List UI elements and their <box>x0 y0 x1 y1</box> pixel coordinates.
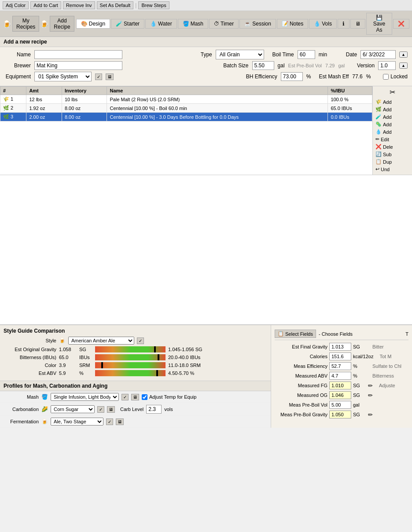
add-to-cart-btn[interactable]: Add to Cart <box>30 1 61 9</box>
style-guide-section: Style Guide Comparison Style 🍺 American … <box>0 325 271 381</box>
cal-label: Calories <box>275 354 327 359</box>
cal-unit: kcal/12oz <box>353 354 373 359</box>
stat-row-mpbv: Meas Pre-Boil Vol 5.00 gal <box>275 401 408 409</box>
tab-info[interactable]: ℹ <box>338 19 349 29</box>
meff-value: 52.7 <box>329 362 351 370</box>
col-name: Name <box>107 87 328 95</box>
type-label: Type <box>186 51 212 58</box>
dup-btn[interactable]: 📋 Dup <box>375 158 410 165</box>
equipment-btn1[interactable]: ✓ <box>95 73 102 80</box>
color-label: Color <box>4 363 56 368</box>
row-icon: 🌾 1 <box>0 95 26 104</box>
undo-btn[interactable]: ↩ Und <box>375 165 410 173</box>
abv-label: Est ABV <box>4 371 56 376</box>
bh-eff-input[interactable] <box>281 72 303 81</box>
carb-edit-btn[interactable]: ✓ <box>97 406 104 413</box>
version-spinner-up[interactable]: ▲ <box>399 62 408 69</box>
tab-session[interactable]: ☕ Session <box>239 19 276 29</box>
bitterness-extra: Bitterness <box>372 373 408 378</box>
tab-mash[interactable]: 🪣 Mash <box>178 19 208 29</box>
tab-display[interactable]: 🖥 <box>350 19 365 29</box>
brewer-input[interactable] <box>34 61 122 70</box>
col-num: # <box>0 87 26 95</box>
table-row-selected[interactable]: 🌿 3 2.00 oz 8.00 oz Centennial [10.00 %]… <box>0 113 372 121</box>
equipment-btn2[interactable]: 🖥 <box>106 73 114 80</box>
remove-inv-btn[interactable]: Remove Inv <box>63 1 95 9</box>
brew-steps-btn[interactable]: Brew Steps <box>138 1 169 9</box>
carb-level-input[interactable] <box>146 405 162 414</box>
mash-edit-btn[interactable]: ✓ <box>121 394 129 400</box>
tab-vols[interactable]: 💧 Vols <box>309 19 337 29</box>
locked-checkbox[interactable] <box>383 74 389 80</box>
fermentation-row: Fermentation 🍺 Ale, Two Stage ✓ 🖥 <box>0 416 271 428</box>
mog-edit-btn[interactable]: ✏ <box>368 392 373 399</box>
cancel-btn[interactable]: ❌ <box>393 19 409 29</box>
table-area: # Amt Inventory Name %/IBU 🌾 1 12 lbs 10… <box>0 86 412 175</box>
carb-level-label: Carb Level <box>120 407 143 412</box>
table-row[interactable]: 🌿 2 1.92 oz 8.00 oz Centennial [10.00 %]… <box>0 104 372 113</box>
adjust-temp-checkbox[interactable] <box>142 394 147 400</box>
mash-display-btn[interactable]: 🖥 <box>131 394 139 400</box>
ibus-unit: IBUs <box>79 355 92 360</box>
add-recipe-btn[interactable]: Add Recipe <box>50 16 74 32</box>
field-selector: 📋 Select Fields - Choose Fields T <box>275 328 408 340</box>
fermentation-select[interactable]: Ale, Two Stage <box>51 418 103 426</box>
tab-timer[interactable]: ⏱ Timer <box>209 19 239 29</box>
tab-notes[interactable]: 📝 Notes <box>277 19 308 29</box>
version-input[interactable] <box>378 61 396 70</box>
ibus-range: 20.0-40.0 IBUs <box>168 355 200 360</box>
table-row[interactable]: 🌾 1 12 lbs 10 lbs Pale Malt (2 Row) US (… <box>0 95 372 104</box>
tab-design[interactable]: 🎨 Design <box>76 19 110 29</box>
save-as-btn[interactable]: 💾 Save As <box>366 13 392 35</box>
left-bottom: Style Guide Comparison Style 🍺 American … <box>0 325 271 428</box>
carb-select[interactable]: Corn Sugar <box>51 405 95 413</box>
type-select[interactable]: All Grain <box>216 50 264 59</box>
set-as-default-btn[interactable]: Set As Default <box>97 1 134 9</box>
choose-fields-label: - Choose Fields <box>319 331 353 337</box>
add-water-btn[interactable]: 💧 Add <box>375 128 410 136</box>
add-misc-btn[interactable]: 🧪 Add <box>375 113 410 121</box>
my-recipes-btn[interactable]: My Recipes <box>12 16 39 32</box>
meff-unit: % <box>353 363 366 369</box>
color-value: 3.9 <box>59 363 77 368</box>
carb-row: Carbonation 🌽 Corn Sugar ✓ 🖥 Carb Level … <box>0 403 271 416</box>
boil-time-input[interactable] <box>298 50 315 59</box>
adj-color-btn[interactable]: Adj Color <box>3 1 29 9</box>
bitter-extra: Bitter <box>372 344 408 349</box>
add-hop-btn[interactable]: 🌿 Add <box>375 106 410 113</box>
right-bottom: 📋 Select Fields - Choose Fields T Est Fi… <box>271 325 412 428</box>
mash-icon: 🪣 <box>41 394 48 400</box>
delete-btn[interactable]: ❌ Dele <box>375 143 410 150</box>
style-btn[interactable]: ✓ <box>137 338 144 344</box>
og-bar <box>95 346 166 352</box>
fermentation-display-btn[interactable]: 🖥 <box>116 418 124 425</box>
bh-eff-label: BH Efficiency <box>246 73 277 80</box>
mabv-value: 4.7 <box>329 372 351 380</box>
batch-size-input[interactable] <box>252 61 274 70</box>
tab-starter[interactable]: 🧪 Starter <box>111 19 144 29</box>
tab-water[interactable]: 💧 Water <box>145 19 177 29</box>
add-grain-btn[interactable]: 🌾 Add <box>375 98 410 106</box>
date-spinner-up[interactable]: ▲ <box>399 51 408 58</box>
date-input[interactable] <box>360 50 396 59</box>
form-area: Name Type All Grain Boil Time min Date ▲… <box>0 47 412 86</box>
mash-select[interactable]: Single Infusion, Light Body, No Mas <box>51 393 119 401</box>
mfg-edit-btn[interactable]: ✏ <box>368 382 373 389</box>
sub-btn[interactable]: 🔄 Sub <box>375 150 410 158</box>
og-range: 1.045-1.056 SG <box>168 347 202 352</box>
brewer-label: Brewer <box>4 62 31 69</box>
action-panel: ✂ 🌾 Add 🌿 Add 🧪 Add 🦠 Add 💧 Add ✏ Edit ❌… <box>372 86 412 175</box>
style-select[interactable]: American Amber Ale <box>68 337 134 345</box>
fermentation-edit-btn[interactable]: ✓ <box>106 418 113 425</box>
carb-display-btn[interactable]: 🖥 <box>107 406 115 413</box>
name-input[interactable] <box>34 50 122 59</box>
edit-btn[interactable]: ✏ Edit <box>375 136 410 143</box>
efg-unit: SG <box>353 344 366 349</box>
efg-value: 1.013 <box>329 343 351 351</box>
carb-label: Carbonation <box>4 407 39 412</box>
sulfate-extra: Sulfate to Chl <box>372 363 408 369</box>
mpbg-edit-btn[interactable]: ✏ <box>368 411 373 418</box>
select-fields-btn[interactable]: 📋 Select Fields <box>275 330 316 338</box>
equipment-select[interactable]: 01 Spike System <box>34 72 92 81</box>
add-yeast-btn[interactable]: 🦠 Add <box>375 121 410 128</box>
